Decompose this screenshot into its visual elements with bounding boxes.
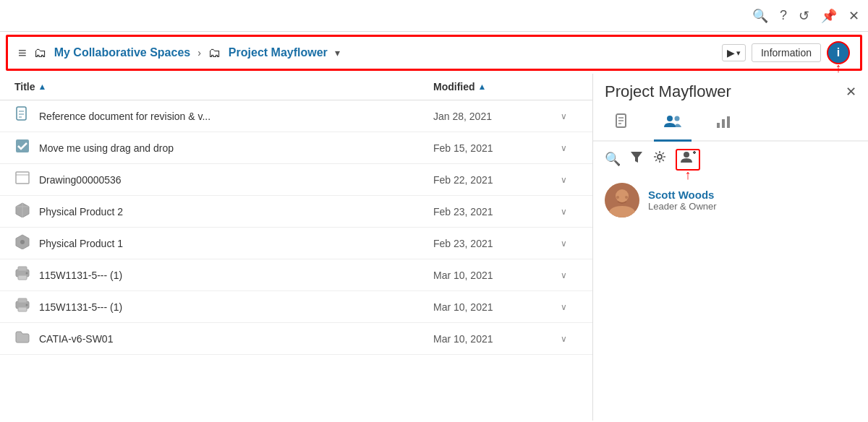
member-info: Scott Woods Leader & Owner [648, 189, 717, 212]
member-filter-icon[interactable] [629, 150, 644, 168]
info-panel: Project Mayflower ✕ [593, 74, 868, 421]
nav-bar: ≡ 🗂 My Collaborative Spaces › 🗂 Project … [6, 35, 862, 71]
row-expand-chevron[interactable]: ∨ [549, 302, 578, 312]
close-icon[interactable]: ✕ [848, 8, 859, 24]
add-member-btn-wrapper: ↑ [676, 149, 700, 168]
tab-members[interactable] [654, 107, 692, 142]
tab-chart[interactable] [706, 107, 741, 142]
help-icon[interactable]: ? [780, 8, 787, 23]
file-modified-date: Feb 15, 2021 [433, 142, 549, 154]
info-icon: i [837, 46, 840, 59]
svg-point-25 [675, 116, 680, 121]
row-expand-chevron[interactable]: ∨ [549, 334, 578, 344]
table-row[interactable]: Reference document for revision & v... J… [0, 100, 592, 132]
svg-rect-0 [17, 107, 26, 120]
svg-point-35 [616, 189, 629, 202]
information-button[interactable]: Information [752, 43, 821, 62]
member-settings-icon[interactable] [652, 150, 667, 168]
file-type-icon [14, 170, 36, 189]
svg-point-24 [667, 116, 673, 121]
member-card: Scott Woods Leader & Owner [593, 176, 868, 225]
modified-sort-arrow[interactable]: ▲ [478, 82, 487, 92]
main-area: Title ▲ Modified ▲ Reference document fo… [0, 74, 868, 421]
file-list: Reference document for revision & v... J… [0, 100, 592, 355]
info-circle-button[interactable]: i ↑ [827, 41, 850, 64]
table-row[interactable]: 115W1131-5--- (1) Mar 10, 2021 ∨ [0, 291, 592, 323]
row-expand-chevron[interactable]: ∨ [549, 143, 578, 153]
cursor-selector[interactable]: ▶ ▾ [722, 44, 746, 61]
row-expand-chevron[interactable]: ∨ [549, 207, 578, 217]
project-title: Project Mayflower [605, 82, 731, 101]
table-row[interactable]: Physical Product 2 Feb 23, 2021 ∨ [0, 196, 592, 228]
file-name: 115W1131-5--- (1) [36, 301, 433, 313]
file-list-panel: Title ▲ Modified ▲ Reference document fo… [0, 74, 593, 421]
file-type-icon [14, 202, 36, 221]
svg-point-31 [684, 152, 689, 158]
file-type-icon [14, 329, 36, 348]
svg-rect-27 [722, 119, 725, 128]
top-toolbar: 🔍 ? ↺ 📌 ✕ [0, 0, 868, 32]
row-expand-chevron[interactable]: ∨ [549, 175, 578, 185]
file-modified-date: Feb 22, 2021 [433, 174, 549, 186]
modified-label: Modified [433, 81, 475, 92]
refresh-icon[interactable]: ↺ [799, 8, 809, 24]
svg-rect-18 [18, 307, 27, 311]
svg-rect-13 [18, 267, 27, 271]
home-folder-icon: 🗂 [34, 46, 47, 61]
red-arrow-indicator: ↑ [835, 61, 842, 76]
avatar [605, 183, 639, 218]
table-row[interactable]: Physical Product 1 Feb 23, 2021 ∨ [0, 228, 592, 259]
svg-point-11 [20, 240, 25, 244]
table-row[interactable]: Move me using drag and drop Feb 15, 2021… [0, 132, 592, 164]
table-row[interactable]: 115W1131-5--- (1) Mar 10, 2021 ∨ [0, 259, 592, 291]
dropdown-arrow[interactable]: ▾ [335, 47, 340, 59]
cursor-dropdown[interactable]: ▾ [736, 48, 741, 58]
table-row[interactable]: CATIA-v6-SW01 Mar 10, 2021 ∨ [0, 323, 592, 355]
member-role: Leader & Owner [648, 201, 717, 212]
modified-column-header[interactable]: Modified ▲ [433, 81, 549, 92]
row-expand-chevron[interactable]: ∨ [549, 238, 578, 249]
title-sort-arrow[interactable]: ▲ [38, 82, 47, 92]
file-type-icon [14, 138, 36, 158]
cursor-icon: ▶ [727, 47, 735, 59]
table-row[interactable]: Drawing00000536 Feb 22, 2021 ∨ [0, 164, 592, 196]
row-expand-chevron[interactable]: ∨ [549, 111, 578, 121]
file-name: Reference document for revision & v... [36, 111, 433, 122]
nav-right: ▶ ▾ Information i ↑ [722, 41, 850, 64]
add-member-arrow-indicator: ↑ [685, 168, 692, 183]
breadcrumb-current[interactable]: Project Mayflower [229, 46, 328, 59]
search-icon[interactable]: 🔍 [752, 8, 768, 24]
file-modified-date: Jan 28, 2021 [433, 111, 549, 122]
svg-point-19 [26, 304, 28, 306]
file-name: Drawing00000536 [36, 174, 433, 186]
svg-point-15 [26, 272, 28, 275]
svg-rect-28 [727, 116, 730, 128]
info-panel-header: Project Mayflower ✕ [593, 74, 868, 107]
file-modified-date: Mar 10, 2021 [433, 333, 549, 345]
tab-document[interactable] [605, 107, 639, 142]
svg-rect-26 [717, 123, 720, 128]
title-column-header[interactable]: Title ▲ [14, 81, 433, 92]
svg-rect-17 [18, 298, 27, 303]
file-name: Physical Product 2 [36, 206, 433, 218]
svg-rect-14 [18, 275, 27, 280]
info-panel-close-icon[interactable]: ✕ [846, 84, 856, 100]
breadcrumb-home[interactable]: My Collaborative Spaces [54, 46, 191, 59]
hamburger-menu-icon[interactable]: ≡ [18, 45, 27, 61]
member-actions-bar: 🔍 [593, 142, 868, 176]
file-modified-date: Mar 10, 2021 [433, 270, 549, 281]
project-folder-icon: 🗂 [208, 46, 221, 61]
svg-marker-29 [631, 152, 642, 163]
member-search-icon[interactable]: 🔍 [605, 151, 621, 167]
file-type-icon [14, 106, 36, 126]
row-expand-chevron[interactable]: ∨ [549, 270, 578, 280]
svg-point-37 [625, 196, 628, 199]
svg-rect-4 [16, 139, 29, 152]
file-modified-date: Feb 23, 2021 [433, 206, 549, 218]
info-tabs [593, 107, 868, 142]
svg-point-30 [658, 155, 662, 159]
file-name: CATIA-v6-SW01 [36, 333, 433, 345]
file-modified-date: Feb 23, 2021 [433, 238, 549, 249]
pin-icon[interactable]: 📌 [821, 8, 837, 24]
breadcrumb: ≡ 🗂 My Collaborative Spaces › 🗂 Project … [18, 45, 340, 61]
